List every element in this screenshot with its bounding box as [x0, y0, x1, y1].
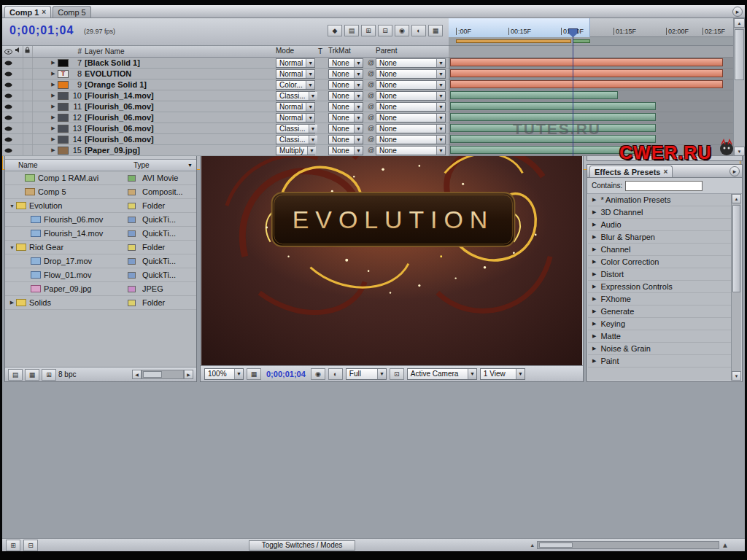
parent-dropdown[interactable]: None ▼	[376, 91, 446, 101]
column-name[interactable]: Name	[18, 161, 119, 169]
layer-twirl-icon[interactable]: ▶	[49, 93, 58, 98]
lock-toggle[interactable]	[23, 134, 33, 144]
zoom-out-icon[interactable]: ▲	[530, 542, 535, 548]
scrollbar-track[interactable]	[142, 370, 184, 379]
scroll-up-icon[interactable]: ▲	[732, 194, 741, 203]
twirl-icon[interactable]: ▶	[592, 209, 596, 215]
column-type[interactable]: Type	[133, 161, 187, 169]
camera-dropdown[interactable]: Active Camera ▼	[407, 368, 477, 380]
twirl-icon[interactable]: ▶	[592, 296, 596, 302]
trkmat-dropdown[interactable]: None ▼	[328, 91, 363, 101]
layer-duration-bar[interactable]	[450, 69, 723, 77]
project-item-row[interactable]: ▼ Riot Gear Folder	[5, 241, 196, 254]
eye-icon[interactable]	[2, 82, 14, 88]
effects-category-row[interactable]: ▶ Color Correction	[588, 256, 731, 268]
twirl-icon[interactable]: ▼	[8, 203, 16, 209]
scrollbar-thumb[interactable]	[732, 205, 740, 292]
twirl-icon[interactable]: ▶	[592, 284, 596, 289]
column-layer-name[interactable]: Layer Name	[85, 47, 276, 55]
parent-dropdown[interactable]: None ▼	[376, 102, 446, 112]
layer-twirl-icon[interactable]: ▶	[49, 147, 58, 153]
audio-toggle[interactable]	[14, 145, 23, 155]
parent-dropdown[interactable]: None ▼	[376, 146, 446, 155]
audio-toggle[interactable]	[14, 69, 23, 79]
draft-3d-button[interactable]: ▤	[344, 25, 359, 36]
horizontal-scrollbar[interactable]: ◀ ▶	[132, 370, 193, 379]
pickwhip-icon[interactable]: @	[366, 103, 376, 110]
pickwhip-icon[interactable]: @	[366, 59, 376, 66]
audio-toggle[interactable]	[14, 58, 23, 68]
effects-category-row[interactable]: ▶ Blur & Sharpen	[588, 231, 731, 244]
eye-icon[interactable]	[2, 71, 14, 77]
effects-category-row[interactable]: ▶ Matte	[588, 330, 731, 343]
audio-toggle[interactable]	[14, 79, 23, 90]
audio-toggle[interactable]	[14, 123, 23, 133]
project-item-row[interactable]: Paper_09.jpg JPEG	[5, 282, 196, 296]
twirl-icon[interactable]: ▶	[592, 321, 596, 327]
eye-icon[interactable]	[2, 115, 14, 120]
label-color-swatch[interactable]	[128, 244, 136, 251]
parent-dropdown[interactable]: None ▼	[376, 113, 446, 122]
effects-category-row[interactable]: ▶ Channel	[588, 244, 731, 256]
layer-twirl-icon[interactable]: ▶	[49, 114, 58, 120]
column-t[interactable]: T	[318, 47, 328, 55]
view-layout-dropdown[interactable]: 1 View ▼	[480, 368, 525, 380]
timeline-layer-row[interactable]: ▶ 10 [Flourish_14.mov] Classi... ▼ None …	[2, 90, 449, 101]
layer-twirl-icon[interactable]: ▶	[49, 136, 58, 142]
label-color-swatch[interactable]	[128, 203, 136, 209]
project-item-row[interactable]: Comp 1 RAM.avi AVI Movie	[5, 171, 196, 185]
bpc-label[interactable]: 8 bpc	[58, 370, 76, 378]
time-ruler[interactable]: :00F00:15F01:00F01:15F02:00F02:15F	[449, 18, 733, 37]
twirl-icon[interactable]: ▶	[592, 271, 596, 277]
twirl-icon[interactable]: ▶	[8, 300, 16, 306]
timeline-layer-row[interactable]: ▶ 7 [Black Solid 1] Normal ▼ None ▼ @	[2, 58, 449, 69]
layer-name[interactable]: EVOLUTION	[85, 69, 276, 78]
trkmat-dropdown[interactable]: None ▼	[328, 124, 363, 133]
effects-category-row[interactable]: ▶ Generate	[588, 306, 731, 318]
eye-icon[interactable]	[2, 137, 14, 142]
vertical-scrollbar[interactable]: ▲ ▼	[731, 194, 741, 381]
project-item-row[interactable]: Flourish_14.mov QuickTi...	[5, 227, 196, 241]
lock-toggle[interactable]	[23, 69, 33, 79]
pickwhip-icon[interactable]: @	[366, 136, 376, 143]
effects-category-row[interactable]: ▶ FXhome	[588, 293, 731, 306]
blend-mode-dropdown[interactable]: Classi... ▼	[276, 124, 315, 133]
project-item-row[interactable]: Drop_17.mov QuickTi...	[5, 254, 196, 268]
scroll-down-icon[interactable]: ▼	[732, 371, 741, 381]
label-color-swatch[interactable]	[128, 300, 136, 306]
project-column-header[interactable]: Name Type ▼	[5, 160, 196, 171]
lock-toggle[interactable]	[23, 145, 33, 155]
effects-category-row[interactable]: ▶ 3D Channel	[588, 206, 731, 219]
twirl-icon[interactable]: ▼	[8, 245, 16, 250]
twirl-icon[interactable]: ▶	[592, 259, 596, 265]
layer-duration-bar[interactable]	[450, 58, 723, 66]
audio-toggle[interactable]	[14, 101, 23, 112]
lock-toggle[interactable]	[23, 123, 33, 133]
effects-category-row[interactable]: ▶ Paint	[588, 355, 731, 368]
label-color-swatch[interactable]	[128, 175, 136, 182]
project-item-row[interactable]: ▶ Solids Folder	[5, 296, 196, 310]
brainstorm-button[interactable]: ◐	[411, 25, 426, 36]
expand-transfer-controls-button[interactable]: ⊟	[23, 540, 38, 551]
layer-twirl-icon[interactable]: ▶	[49, 104, 58, 109]
twirl-icon[interactable]: ▶	[592, 234, 596, 240]
blend-mode-dropdown[interactable]: Multiply ▼	[276, 146, 315, 155]
scrollbar-thumb[interactable]	[735, 29, 744, 80]
chevron-down-icon[interactable]: ▼	[187, 163, 196, 168]
pickwhip-icon[interactable]: @	[366, 70, 376, 77]
layer-duration-bar[interactable]	[450, 80, 723, 88]
project-item-row[interactable]: Comp 5 Composit...	[5, 185, 196, 199]
label-color-swatch[interactable]	[128, 189, 136, 195]
scrollbar-thumb[interactable]	[143, 371, 162, 378]
tab-comp5[interactable]: Comp 5	[53, 6, 91, 18]
project-item-row[interactable]: Flourish_06.mov QuickTi...	[5, 213, 196, 227]
project-item-row[interactable]: Flow_01.mov QuickTi...	[5, 268, 196, 282]
layer-name[interactable]: [Flourish_06.mov]	[85, 135, 276, 144]
close-tab-icon[interactable]: ×	[664, 168, 668, 176]
layer-duration-bar[interactable]	[450, 102, 656, 110]
blend-mode-dropdown[interactable]: Color... ▼	[276, 80, 315, 90]
new-folder-button[interactable]: ▦	[25, 369, 39, 381]
label-color-swatch[interactable]	[128, 258, 136, 265]
timeline-column-header[interactable]: # Layer Name Mode T TrkMat Parent	[2, 46, 449, 58]
timeline-layer-row[interactable]: ▶ 14 [Flourish_06.mov] Classi... ▼ None …	[2, 134, 449, 145]
